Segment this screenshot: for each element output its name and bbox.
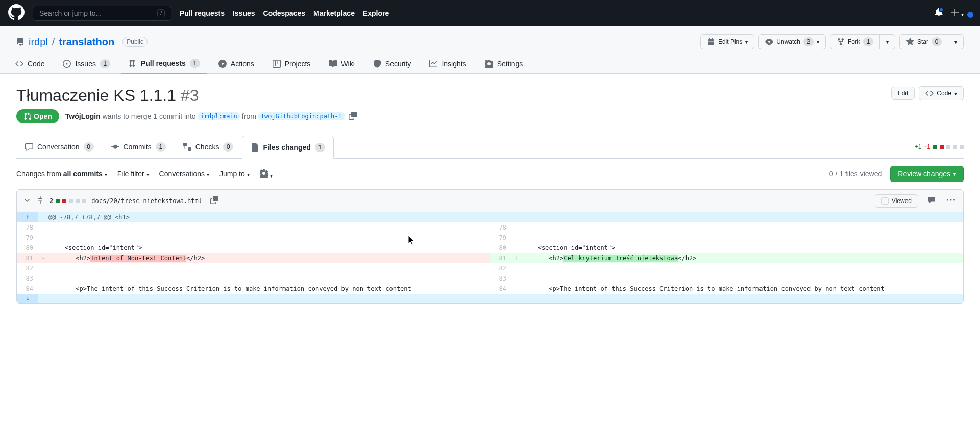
tab-insights[interactable]: Insights [422, 54, 473, 73]
jump-to-dropdown[interactable]: Jump to ▾ [219, 170, 250, 178]
head-branch[interactable]: TwojGithubLogin:path-1 [258, 112, 345, 120]
diff-row[interactable]: 7979 [17, 233, 963, 243]
nav-pulls[interactable]: Pull requests [180, 9, 225, 17]
diff-row[interactable]: 8383 [17, 273, 963, 284]
star-button[interactable]: Star 0 [899, 34, 948, 49]
file-path[interactable]: docs/20/tresc-nietekstowa.html [91, 197, 202, 205]
author-link[interactable]: TwójLogin [65, 112, 101, 120]
tab-projects[interactable]: Projects [265, 54, 318, 73]
repo-name-link[interactable]: translathon [59, 36, 114, 48]
repo-owner-link[interactable]: irdpl [29, 36, 48, 48]
diff-file: 2 docs/20/tresc-nietekstowa.html Viewed … [16, 189, 964, 304]
tab-wiki[interactable]: Wiki [322, 54, 361, 73]
file-diffstat: 2 [50, 197, 86, 205]
nav-marketplace[interactable]: Marketplace [313, 9, 355, 17]
diff-row[interactable]: 81- <h2>Intent of Non-text Content</h2>8… [17, 253, 963, 263]
copy-path-button[interactable] [207, 195, 222, 207]
hunk-header: @@ -78,7 +78,7 @@ <h1> [38, 212, 963, 222]
diff-summary: +1 −1 [915, 143, 964, 150]
collapse-file-button[interactable] [23, 196, 31, 206]
fork-button[interactable]: Fork 1 [830, 34, 880, 49]
expand-up-button[interactable]: ⇡ [17, 212, 38, 222]
files-viewed-label: 0 / 1 files viewed [829, 170, 883, 178]
diff-table: ⇡@@ -78,7 +78,7 @@ <h1> 7878797980 <sect… [17, 212, 963, 303]
nav-explore[interactable]: Explore [363, 9, 389, 17]
checkbox-icon [881, 197, 889, 205]
notifications-button[interactable] [935, 8, 943, 18]
repo-header: irdpl / translathon Public Edit Pins ▾ U… [0, 26, 980, 74]
github-logo[interactable] [8, 4, 24, 22]
repo-icon [16, 38, 24, 46]
state-badge: Open [16, 109, 59, 123]
add-menu[interactable]: ▾ [951, 8, 964, 18]
viewed-toggle[interactable]: Viewed [875, 194, 918, 208]
tab-security[interactable]: Security [366, 54, 419, 73]
diff-row[interactable]: 8282 [17, 263, 963, 273]
search-placeholder: Search or jump to... [39, 9, 102, 17]
pr-title: Tłumaczenie KS 1.1.1 #3 [16, 86, 199, 105]
star-menu[interactable]: ▾ [948, 34, 964, 49]
copy-branch-button[interactable] [347, 110, 359, 123]
changes-from-dropdown[interactable]: Changes from all commits ▾ [16, 170, 107, 178]
base-branch[interactable]: irdpl:main [198, 112, 240, 120]
file-filter-dropdown[interactable]: File filter ▾ [117, 170, 149, 178]
visibility-badge: Public [122, 37, 148, 47]
unwatch-button[interactable]: Unwatch 2 ▾ [758, 34, 826, 49]
global-nav: Pull requests Issues Codespaces Marketpl… [180, 9, 389, 17]
global-header: Search or jump to... / Pull requests Iss… [0, 0, 980, 26]
conversations-dropdown[interactable]: Conversations ▾ [159, 170, 209, 178]
edit-button[interactable]: Edit [891, 87, 915, 100]
notification-dot-icon [939, 7, 944, 12]
tab-pulls[interactable]: Pull requests1 [121, 54, 207, 74]
tab-commits[interactable]: Commits1 [103, 136, 175, 158]
repo-title: irdpl / translathon Public [16, 36, 148, 48]
search-input[interactable]: Search or jump to... / [33, 6, 172, 21]
comment-file-button[interactable] [925, 194, 938, 208]
tab-issues[interactable]: Issues1 [56, 54, 117, 73]
git-pull-request-icon [23, 112, 32, 120]
code-dropdown-button[interactable]: Code ▾ [919, 86, 964, 100]
tab-files[interactable]: Files changed1 [242, 136, 333, 159]
nav-issues[interactable]: Issues [233, 9, 255, 17]
repo-nav: Code Issues1 Pull requests1 Actions Proj… [0, 54, 980, 73]
pr-tabs: Conversation0 Commits1 Checks0 Files cha… [16, 136, 334, 158]
file-menu-button[interactable] [945, 194, 957, 208]
tab-actions[interactable]: Actions [211, 54, 261, 73]
diff-row[interactable]: 7878 [17, 222, 963, 233]
expand-down-button[interactable]: ⇣ [17, 294, 38, 303]
tab-checks[interactable]: Checks0 [175, 136, 242, 158]
tab-conversation[interactable]: Conversation0 [16, 136, 103, 158]
fork-menu[interactable]: ▾ [879, 34, 895, 49]
expand-all-button[interactable] [36, 196, 44, 206]
diff-row[interactable]: 84 <p>The intent of this Success Criteri… [17, 284, 963, 294]
slash-badge: / [157, 9, 165, 17]
diff-row[interactable]: 80 <section id="intent">80 <section id="… [17, 243, 963, 253]
tab-settings[interactable]: Settings [478, 54, 530, 73]
nav-codespaces[interactable]: Codespaces [263, 9, 305, 17]
edit-pins-button[interactable]: Edit Pins ▾ [700, 34, 754, 49]
tab-code[interactable]: Code [8, 54, 52, 73]
review-changes-button[interactable]: Review changes ▾ [890, 166, 964, 182]
diff-settings-dropdown[interactable]: ▾ [260, 169, 273, 179]
